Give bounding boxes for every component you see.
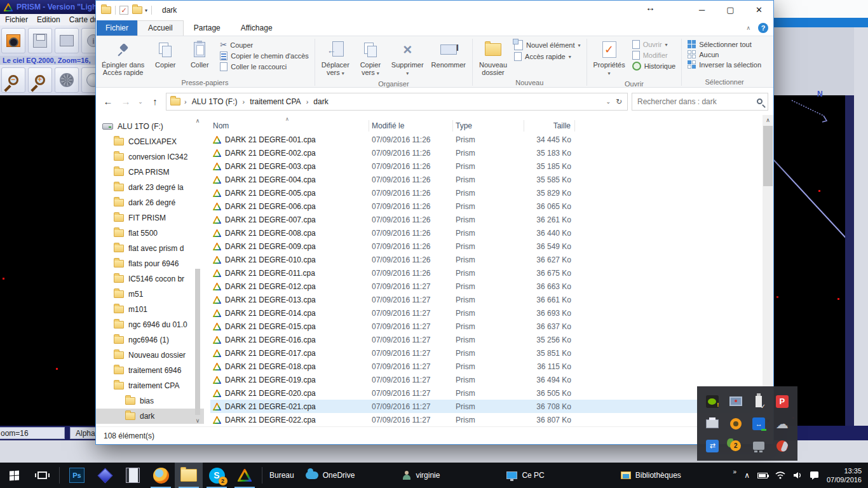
file-row[interactable]: DARK 21 DEGRE-022.cpa 07/09/2016 11:27 P… [210,413,773,426]
tab-affichage[interactable]: Affichage [231,21,283,36]
update-badge-icon[interactable]: 2 [729,439,743,453]
file-list-scrollbar[interactable]: ∧ ∨ [763,115,773,426]
ccleaner-tray-icon[interactable] [775,439,789,453]
tree-item[interactable]: COELIXAPEX [96,134,204,149]
qat-properties-icon[interactable]: ✓ [119,6,128,15]
tree-item[interactable]: ngc6946 (1) [96,332,204,348]
copy-button[interactable]: Copier [149,37,182,71]
prism-info-button[interactable]: i [81,28,95,53]
maximize-button[interactable]: ▢ [716,1,745,19]
open-button[interactable]: Ouvrir ▾ [632,40,676,49]
copy-path-button[interactable]: Copier le chemin d'accès [220,51,309,60]
pin-quick-access-button[interactable]: Épingler dansAccès rapide [98,37,147,78]
prism-menu-fichier[interactable]: Fichier [5,15,28,24]
file-row[interactable]: DARK 21 DEGRE-018.cpa 07/09/2016 11:27 P… [210,360,773,373]
taskbar-clock[interactable]: 13:35 07/09/2016 [827,466,862,484]
tree-item[interactable]: dark [96,409,204,424]
rename-button[interactable]: Renommer [428,37,469,71]
select-all-button[interactable]: Sélectionner tout [688,40,761,48]
file-row[interactable]: DARK 21 DEGRE-003.cpa 07/09/2016 11:26 P… [210,159,773,173]
wifi-icon[interactable] [775,471,785,479]
file-row[interactable]: DARK 21 DEGRE-020.cpa 07/09/2016 11:27 P… [210,386,773,400]
onedrive-shortcut[interactable]: OneDrive [306,471,355,480]
file-row[interactable]: DARK 21 DEGRE-016.cpa 07/09/2016 11:27 P… [210,333,773,346]
explorer-titlebar[interactable]: ✓ ▾ dark ↔ ─ ▢ ✕ [96,1,773,20]
quick-access-button[interactable]: Accès rapide ▾ [514,52,580,61]
explorer-taskbar-button[interactable] [175,463,203,488]
tree-item[interactable]: m51 [96,287,204,302]
volume-icon[interactable] [793,471,802,479]
video-app-taskbar-button[interactable] [119,463,147,488]
edit-button[interactable]: Modifier [632,51,676,60]
tree-item[interactable]: flats pour 6946 [96,256,204,271]
ribbon-collapse-icon[interactable]: ∧ [746,25,750,31]
orange-ring-app-icon[interactable] [729,417,743,431]
properties-button[interactable]: ✓ Propriétés▾ [590,37,628,79]
paste-shortcut-button[interactable]: Coller le raccourci [220,62,309,71]
tree-item[interactable]: conversion IC342 [96,149,204,165]
tree-item[interactable]: flat 5500 [96,226,204,241]
refresh-icon[interactable]: ↻ [616,97,622,106]
invert-selection-button[interactable]: Inverser la sélection [688,60,761,69]
file-row[interactable]: DARK 21 DEGRE-019.cpa 07/09/2016 11:27 P… [210,373,773,386]
prism-scroll-strip[interactable] [845,95,854,426]
prism-save-button[interactable] [28,28,52,53]
history-button[interactable]: Historique [632,62,676,71]
battery-icon[interactable] [757,473,768,478]
tree-item[interactable]: IC5146 cocon br [96,271,204,287]
paste-button[interactable]: Coller [183,37,216,71]
zoom-in-button[interactable]: + [28,67,52,93]
tree-item[interactable]: bias [96,393,204,409]
user-folder-shortcut[interactable]: virginie [402,471,440,480]
onedrive-gray-icon[interactable]: ☁ [775,417,789,431]
tree-item[interactable]: ALU 1TO (F:) [96,119,204,134]
file-row[interactable]: DARK 21 DEGRE-012.cpa 07/09/2016 11:27 P… [210,280,773,293]
prism-preview-button[interactable] [55,28,79,53]
back-button[interactable]: ← [101,96,115,107]
file-row[interactable]: DARK 21 DEGRE-014.cpa 07/09/2016 11:27 P… [210,306,773,320]
tree-scrollbar[interactable]: ∧ ∨ [194,118,201,424]
minimize-button[interactable]: ─ [688,1,716,19]
touchpad-tray-icon[interactable] [752,439,766,453]
up-button[interactable]: ↑ [148,96,162,107]
tree-item[interactable]: m101 [96,302,204,317]
file-row[interactable]: DARK 21 DEGRE-004.cpa 07/09/2016 11:26 P… [210,173,773,186]
tab-partage[interactable]: Partage [184,21,231,36]
qat-newfolder-icon[interactable] [132,6,142,14]
tree-item[interactable]: dark 26 degré [96,195,204,210]
bureau-toolbar-label[interactable]: Bureau [269,471,294,480]
task-view-button[interactable] [28,463,56,488]
breadcrumb-drive[interactable]: ALU 1TO (F:) [191,97,239,106]
breadcrumb-current[interactable]: dark [312,97,329,106]
firefox-taskbar-button[interactable] [147,463,175,488]
tab-accueil[interactable]: Accueil [137,20,184,36]
nvidia-tray-icon[interactable]: ! [705,395,719,409]
column-taille[interactable]: Taille [524,120,575,132]
tree-item[interactable]: Nouveau dossier [96,348,204,363]
tree-item[interactable]: ngc 6946 du 01.0 [96,317,204,332]
tree-item[interactable]: traitement 6946 [96,363,204,378]
column-nom[interactable]: Nom [210,120,369,132]
file-row[interactable]: DARK 21 DEGRE-009.cpa 07/09/2016 11:26 P… [210,240,773,253]
file-row[interactable]: DARK 21 DEGRE-006.cpa 07/09/2016 11:26 P… [210,200,773,213]
qat-customize-icon[interactable]: ▾ [145,8,147,13]
file-row[interactable]: DARK 21 DEGRE-015.cpa 07/09/2016 11:27 P… [210,320,773,333]
delete-button[interactable]: × Supprimer▾ [388,37,427,79]
address-dropdown-icon[interactable]: ⌄ [606,98,611,105]
zoom-out-button[interactable]: − [1,67,25,93]
ce-pc-shortcut[interactable]: Ce PC [506,471,544,480]
file-row[interactable]: DARK 21 DEGRE-001.cpa 07/09/2016 11:26 P… [210,133,773,146]
file-row[interactable]: DARK 21 DEGRE-017.cpa 07/09/2016 11:27 P… [210,346,773,360]
move-to-button[interactable]: ← Déplacervers ▾ [318,37,353,79]
usb-eject-icon[interactable] [752,395,766,409]
tab-fichier[interactable]: Fichier [97,20,137,36]
file-row[interactable]: DARK 21 DEGRE-007.cpa 07/09/2016 11:26 P… [210,213,773,226]
breadcrumb[interactable]: › ALU 1TO (F:) › traitement CPA › dark ⌄… [166,93,628,111]
gear-button[interactable] [55,67,79,93]
search-input[interactable]: Rechercher dans : dark [632,93,768,111]
teamviewer-tray-icon[interactable]: ↔ [752,417,766,431]
file-row[interactable]: DARK 21 DEGRE-010.cpa 07/09/2016 11:26 P… [210,253,773,266]
tree-scrollbar-thumb[interactable] [195,269,200,415]
file-row[interactable]: DARK 21 DEGRE-021.cpa 07/09/2016 11:27 P… [210,400,773,413]
tree-item[interactable]: dark 23 degré la [96,180,204,195]
